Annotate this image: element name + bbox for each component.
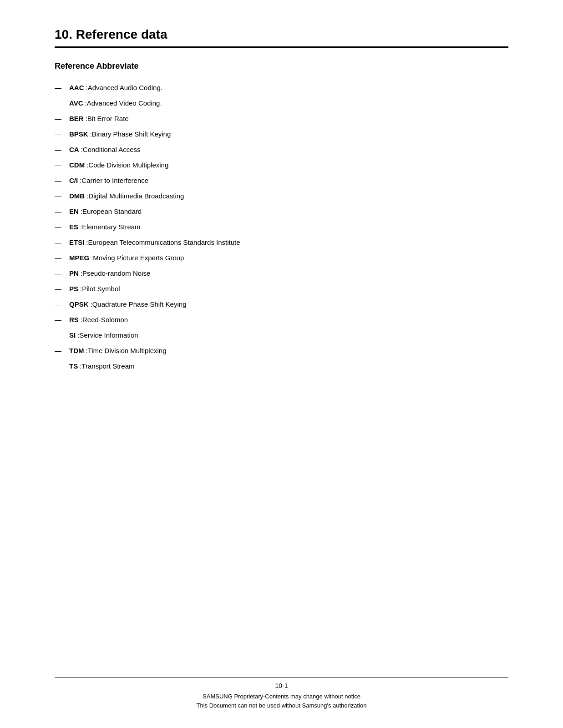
abbrev-definition: Carrier to Interference xyxy=(81,175,148,186)
chapter-title: 10. Reference data xyxy=(55,27,508,42)
list-dash: — xyxy=(55,129,64,140)
abbrev-term: AVC xyxy=(69,98,83,109)
abbrev-definition: Conditional Access xyxy=(83,144,141,155)
list-dash: — xyxy=(55,113,64,124)
abbrev-definition: Elementary Stream xyxy=(82,222,140,233)
list-item: —CDM : Code Division Multiplexing xyxy=(55,160,508,171)
abbrev-term: QPSK xyxy=(69,299,89,310)
list-item: —TDM : Time Division Multiplexing xyxy=(55,345,508,356)
list-item: —RS : Reed-Solomon xyxy=(55,314,508,325)
list-dash: — xyxy=(55,283,64,294)
list-dash: — xyxy=(55,206,64,217)
abbrev-term: BPSK xyxy=(69,129,88,140)
abbrev-definition: Time Division Multiplexing xyxy=(88,345,167,356)
abbrev-term: PS xyxy=(69,283,78,294)
title-divider xyxy=(55,46,508,48)
abbrev-term: CA xyxy=(69,144,79,155)
abbrev-term: CDM xyxy=(69,160,85,171)
abbrev-definition: Bit Error Rate xyxy=(87,113,129,124)
abbrev-definition: European Telecommunications Standards In… xyxy=(88,237,240,248)
abbrev-definition: Digital Multimedia Broadcasting xyxy=(88,191,184,202)
page-container: 10. Reference data Reference Abbreviate … xyxy=(0,0,563,728)
list-item: —PS : Pilot Symbol xyxy=(55,283,508,294)
abbrev-definition: Moving Picture Experts Group xyxy=(93,253,184,263)
footer-line xyxy=(55,677,508,677)
abbrev-term: EN xyxy=(69,206,79,217)
abbreviation-list: —AAC: Advanced Audio Coding.—AVC : Advan… xyxy=(55,82,508,372)
footer-line2: This Document can not be used without Sa… xyxy=(0,701,563,710)
abbrev-definition: Pilot Symbol xyxy=(82,283,120,294)
list-item: —ES : Elementary Stream xyxy=(55,222,508,233)
list-item: —BER : Bit Error Rate xyxy=(55,113,508,124)
abbrev-definition: Advanced Audio Coding. xyxy=(88,82,162,93)
abbrev-definition: Reed-Solomon xyxy=(82,314,128,325)
list-dash: — xyxy=(55,299,64,310)
list-item: —EN : European Standard xyxy=(55,206,508,217)
list-dash: — xyxy=(55,268,64,279)
abbrev-term: TDM xyxy=(69,345,84,356)
list-dash: — xyxy=(55,82,64,93)
footer: 10-1 SAMSUNG Proprietary-Contents may ch… xyxy=(0,677,563,710)
list-item: —PN : Pseudo-random Noise xyxy=(55,268,508,279)
list-item: —AAC: Advanced Audio Coding. xyxy=(55,82,508,93)
abbrev-term: ES xyxy=(69,222,78,233)
list-dash: — xyxy=(55,191,64,202)
abbrev-term: AAC xyxy=(69,82,84,93)
abbrev-term: PN xyxy=(69,268,79,279)
page-number: 10-1 xyxy=(0,682,563,689)
abbrev-term: DMB xyxy=(69,191,85,202)
section-title: Reference Abbreviate xyxy=(55,61,508,71)
list-dash: — xyxy=(55,237,64,248)
abbrev-term: MPEG xyxy=(69,253,89,263)
abbrev-term: BER xyxy=(69,113,84,124)
list-item: —SI : Service Information xyxy=(55,330,508,341)
list-dash: — xyxy=(55,253,64,263)
list-item: —MPEG: Moving Picture Experts Group xyxy=(55,253,508,263)
abbrev-term: SI xyxy=(69,330,76,341)
list-dash: — xyxy=(55,175,64,186)
list-item: —ETSI: European Telecommunications Stand… xyxy=(55,237,508,248)
list-dash: — xyxy=(55,314,64,325)
list-dash: — xyxy=(55,330,64,341)
abbrev-definition: Quadrature Phase Shift Keying xyxy=(92,299,187,310)
list-item: —C/I : Carrier to Interference xyxy=(55,175,508,186)
footer-line1: SAMSUNG Proprietary-Contents may change … xyxy=(0,692,563,701)
abbrev-definition: Binary Phase Shift Keying xyxy=(92,129,171,140)
list-item: —CA : Conditional Access xyxy=(55,144,508,155)
abbrev-term: RS xyxy=(69,314,79,325)
list-dash: — xyxy=(55,160,64,171)
list-item: —DMB : Digital Multimedia Broadcasting xyxy=(55,191,508,202)
list-item: —AVC : Advanced Video Coding. xyxy=(55,98,508,109)
abbrev-definition: Advanced Video Coding. xyxy=(87,98,162,109)
list-dash: — xyxy=(55,345,64,356)
abbrev-definition: Transport Stream xyxy=(81,361,134,372)
abbrev-term: ETSI xyxy=(69,237,84,248)
abbrev-term: C/I xyxy=(69,175,78,186)
list-item: —BPSK: Binary Phase Shift Keying xyxy=(55,129,508,140)
abbrev-definition: Code Division Multiplexing xyxy=(88,160,168,171)
list-item: —TS : Transport Stream xyxy=(55,361,508,372)
list-dash: — xyxy=(55,222,64,233)
abbrev-definition: Pseudo-random Noise xyxy=(82,268,150,279)
abbrev-definition: European Standard xyxy=(82,206,142,217)
abbrev-definition: Service Information xyxy=(79,330,138,341)
list-item: —QPSK: Quadrature Phase Shift Keying xyxy=(55,299,508,310)
list-dash: — xyxy=(55,98,64,109)
list-dash: — xyxy=(55,144,64,155)
list-dash: — xyxy=(55,361,64,372)
abbrev-term: TS xyxy=(69,361,78,372)
